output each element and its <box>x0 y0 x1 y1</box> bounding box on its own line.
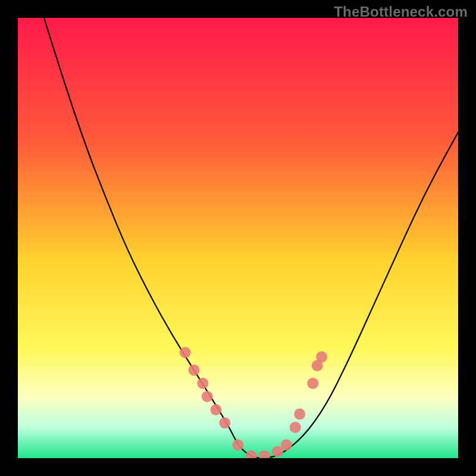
highlight-dot <box>281 439 292 450</box>
gradient-background <box>18 18 458 458</box>
highlight-dot <box>180 347 191 358</box>
highlight-dot <box>211 404 222 415</box>
highlight-dot <box>294 409 305 420</box>
highlight-dot <box>233 439 244 450</box>
highlight-dot <box>219 417 230 428</box>
highlight-dot <box>316 351 327 362</box>
plot-area <box>18 18 458 458</box>
highlight-dot <box>202 391 213 402</box>
highlight-dot <box>307 378 318 389</box>
highlight-dot <box>290 422 301 433</box>
watermark-text: TheBottleneck.com <box>334 4 468 20</box>
highlight-dot <box>189 365 200 376</box>
highlight-dot <box>197 378 208 389</box>
chart-svg <box>18 18 458 458</box>
